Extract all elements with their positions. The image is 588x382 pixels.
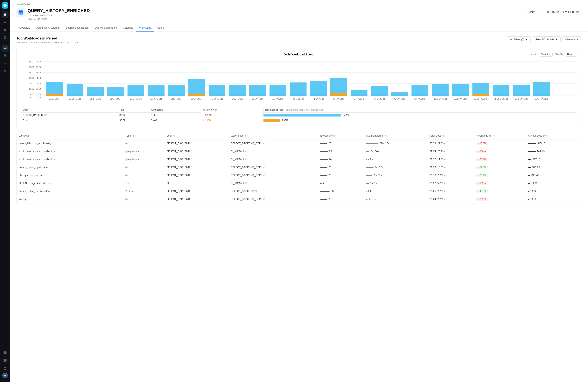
- workload-type-button[interactable]: Read Workloads: [533, 36, 561, 42]
- metric-button[interactable]: Spend: [539, 52, 553, 57]
- bar-24jul[interactable]: [87, 87, 104, 96]
- bar-23jul[interactable]: [67, 84, 84, 96]
- change-badge: ↑ 136%: [476, 149, 487, 153]
- bar-14aug[interactable]: [513, 85, 530, 96]
- cell-warehouse: SELECT_BACKEND_REP...: [229, 139, 318, 148]
- filters-button[interactable]: Filters (0): [507, 36, 531, 42]
- bar-12aug-blue[interactable]: [472, 83, 489, 94]
- cell-total-cost: $1.17 (11.1%): [427, 155, 474, 163]
- filter-icon: [510, 38, 512, 41]
- svg-text:$0.00: $0.00: [29, 96, 41, 99]
- sidebar-icon-grid[interactable]: [1, 34, 9, 41]
- bar-15aug[interactable]: [533, 82, 550, 96]
- warehouse-link[interactable]: SELECT_BACKEND: [231, 190, 316, 192]
- bar-13aug[interactable]: [493, 85, 509, 96]
- bar-25jul[interactable]: [107, 87, 124, 96]
- change-info-icon: [215, 108, 217, 111]
- sidebar-icon-database[interactable]: [1, 44, 9, 52]
- bar-5aug-blue[interactable]: [330, 78, 347, 93]
- warehouse-link[interactable]: BI_XSMALL: [231, 150, 316, 153]
- tab-search-opt[interactable]: Search Optimization: [63, 24, 92, 32]
- col-warehouse[interactable]: Warehouse ⇅: [229, 132, 318, 139]
- sidebar-icon-star[interactable]: [1, 19, 9, 26]
- sidebar-icon-settings[interactable]: [1, 68, 9, 75]
- tab-query-perf[interactable]: Query Performance: [92, 24, 120, 32]
- legend-pct-value-2: 5.88%: [282, 119, 288, 122]
- cell-change: ↑ 83.4%: [474, 155, 525, 163]
- sidebar-icon-bulb[interactable]: [1, 26, 9, 33]
- sidebar-icon-chart[interactable]: [1, 52, 9, 59]
- col-workload[interactable]: Workload: [17, 132, 123, 139]
- bar-11aug[interactable]: [452, 84, 469, 96]
- duration-info-icon: [381, 135, 384, 137]
- bar-7aug[interactable]: [371, 86, 388, 96]
- svg-text:13 Aug: 13 Aug: [494, 98, 508, 100]
- bar-6aug[interactable]: [351, 90, 367, 96]
- bar-1aug[interactable]: [249, 85, 266, 96]
- svg-text:26 Jul: 26 Jul: [130, 98, 142, 100]
- tab-overview[interactable]: Overview: [16, 24, 33, 32]
- sidebar-icon-book[interactable]: [1, 357, 9, 364]
- col-avg-duration[interactable]: Avg Duration ⇅: [364, 132, 427, 139]
- tab-columns[interactable]: Columns: [120, 24, 136, 32]
- col-total-cost[interactable]: Total Cost ⇅: [427, 132, 474, 139]
- sidebar-icon-chat[interactable]: [1, 349, 9, 356]
- warehouse-link[interactable]: SELECT_BACKEND_REP...: [231, 166, 316, 169]
- col-annual-cost[interactable]: Annual Cost ⇅: [525, 132, 582, 139]
- svg-text:$0.50: $0.50: [29, 72, 41, 74]
- annual-bar-fill: [528, 191, 529, 192]
- exec-count: 23: [328, 198, 331, 201]
- workload-name: hourly_query_patterns: [19, 166, 48, 169]
- bar-30jul[interactable]: [209, 85, 225, 96]
- col-user[interactable]: User ⇅: [164, 132, 228, 139]
- workload-name: insights: [19, 198, 30, 201]
- bar-29jul-blue[interactable]: [189, 79, 205, 94]
- type-badge: Query Pattern: [126, 158, 139, 160]
- bar-10aug[interactable]: [432, 84, 449, 96]
- warehouse-link[interactable]: BI_XSMALL: [231, 158, 316, 161]
- table-row: with queries as ( select st... Query Pat…: [17, 155, 582, 163]
- user-avatar[interactable]: U: [2, 373, 8, 378]
- date-range-button[interactable]: 2024-07-22 ~ 2024-08-15: [543, 9, 582, 15]
- duration-bar-fill: [366, 151, 370, 152]
- annual-cost-value: $15.89: [532, 166, 540, 169]
- bar-4aug[interactable]: [310, 81, 327, 96]
- tab-users[interactable]: Users: [154, 24, 167, 32]
- bar-9aug[interactable]: [411, 85, 428, 96]
- back-link[interactable]: All Tables: [16, 3, 582, 6]
- section-actions: Filters (0) Read Workloads Columns: [507, 36, 582, 42]
- bar-3aug[interactable]: [290, 83, 306, 96]
- bar-27jul[interactable]: [148, 85, 165, 96]
- bar-8aug[interactable]: [391, 92, 408, 96]
- sidebar-icon-home[interactable]: [1, 11, 9, 18]
- col-executions[interactable]: Executions ⇅: [318, 132, 364, 139]
- duration-value: 9m 32s: [375, 166, 383, 169]
- cell-annual-cost: $3.56: [525, 195, 582, 203]
- warehouse-link[interactable]: SELECT_BACKEND_REP...: [231, 174, 316, 177]
- warehouse-link[interactable]: SELECT_BACKEND_REP...: [231, 142, 316, 145]
- bar-2aug[interactable]: [270, 85, 286, 96]
- tab-auto-clustering[interactable]: Automatic Clustering: [33, 24, 63, 32]
- svg-text:23 Jul: 23 Jul: [69, 98, 81, 100]
- col-type[interactable]: Type ⇅: [123, 132, 164, 139]
- cell-type: Custom: [123, 187, 164, 195]
- col-pct-change[interactable]: % Change ⇅: [474, 132, 525, 139]
- page-header: QUERY_HISTORY_ENRICHED Database - ANALYT…: [16, 8, 582, 21]
- bar-28jul[interactable]: [168, 85, 185, 96]
- sidebar-icon-user-profile[interactable]: [1, 365, 9, 372]
- svg-text:31 Jul: 31 Jul: [231, 98, 243, 100]
- bar-26jul[interactable]: [127, 85, 144, 96]
- slice-button[interactable]: User: [565, 52, 577, 57]
- sidebar-icon-pulse[interactable]: [1, 60, 9, 67]
- warehouse-link[interactable]: SELECT_BACKEND_REP...: [231, 198, 316, 201]
- cell-type: dbt: [123, 195, 164, 203]
- legend-user-1: SELECT_BACKEND: [21, 112, 118, 118]
- bar-31jul[interactable]: [229, 85, 246, 96]
- tab-workloads[interactable]: Workloads: [136, 24, 154, 32]
- cell-duration: 3m 1s: [364, 179, 427, 187]
- annual-info-icon: [543, 135, 545, 137]
- columns-button[interactable]: Columns: [563, 36, 582, 42]
- warehouse-link[interactable]: BI_XSMALL: [231, 182, 316, 185]
- period-button[interactable]: Daily: [526, 9, 541, 15]
- cell-total-cost: $0.25 (2.35%): [427, 187, 474, 195]
